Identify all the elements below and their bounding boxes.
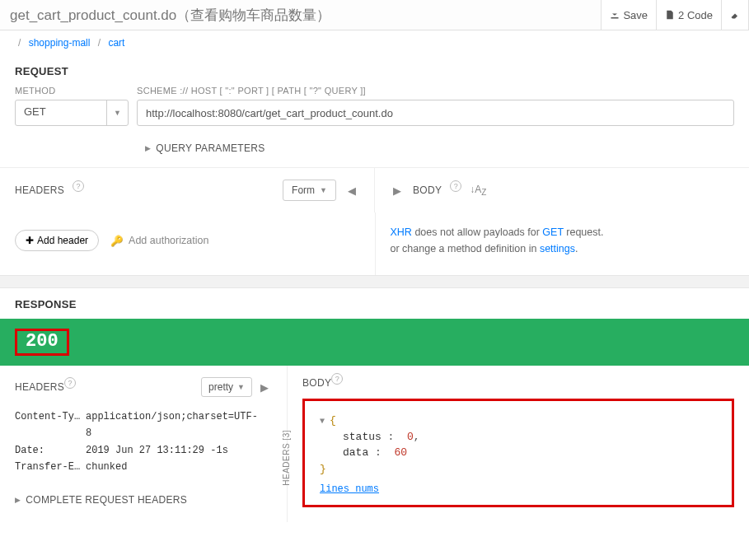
response-row: HEADERS ? pretty ▼ ▶ HEADERS [3] Content… — [0, 366, 749, 522]
eraser-icon — [730, 10, 740, 20]
add-header-button[interactable]: ✚ Add header — [15, 230, 99, 251]
header-value: chunked — [86, 459, 262, 475]
request-headers-body: ✚ Add header 🔑 Add authorization — [0, 212, 375, 275]
response-json-box: ▼{ status : 0, data : 60 } lines nums — [302, 399, 734, 507]
response-headers-bar: HEADERS ? pretty ▼ ▶ — [15, 377, 287, 397]
top-bar: Save 2 Code — [0, 0, 749, 30]
request-body-message: XHR does not allow payloads for GET requ… — [375, 212, 750, 275]
request-split-body: ✚ Add header 🔑 Add authorization XHR doe… — [0, 212, 749, 275]
json-open-brace: { — [330, 414, 336, 427]
response-headers-table: Content-Typ… application/json;charset=UT… — [15, 408, 287, 476]
url-column: SCHEME :// HOST [ ":" PORT ] [ PATH [ "?… — [137, 86, 734, 126]
code-button[interactable]: 2 Code — [657, 0, 722, 30]
save-button[interactable]: Save — [602, 0, 657, 30]
header-row: Transfer-En… chunked — [15, 459, 262, 475]
caret-down-icon: ▼ — [114, 109, 121, 117]
eraser-button[interactable] — [722, 0, 749, 30]
help-icon[interactable]: ? — [64, 377, 76, 389]
response-body-panel: BODY ? ▼{ status : 0, data : 60 } lines … — [287, 366, 749, 522]
expand-right-icon[interactable]: ▶ — [257, 381, 272, 394]
query-params-label: QUERY PARAMETERS — [156, 142, 264, 154]
get-link[interactable]: GET — [542, 226, 563, 238]
request-row: METHOD GET ▼ SCHEME :// HOST [ ":" PORT … — [0, 86, 749, 136]
method-value: GET — [16, 100, 106, 125]
headers-count-label: HEADERS [3] — [282, 430, 291, 486]
header-key: Transfer-En… — [15, 459, 86, 475]
lines-nums-link[interactable]: lines nums — [320, 482, 717, 497]
form-dropdown[interactable]: Form ▼ — [283, 180, 336, 201]
header-key: Content-Typ… — [15, 408, 86, 442]
status-code: 200 — [26, 331, 59, 352]
method-caret: ▼ — [106, 100, 128, 125]
key-icon: 🔑 — [110, 235, 124, 247]
scheme-label: SCHEME :// HOST [ ":" PORT ] [ PATH [ "?… — [137, 86, 734, 96]
triangle-right-icon: ▶ — [145, 144, 151, 152]
pretty-label: pretty — [208, 381, 233, 393]
method-label: METHOD — [15, 86, 129, 96]
pretty-dropdown[interactable]: pretty ▼ — [201, 377, 252, 397]
help-icon[interactable]: ? — [73, 180, 84, 192]
help-icon[interactable]: ? — [450, 180, 461, 192]
header-row: Date: 2019 Jun 27 13:11:29 -1s — [15, 442, 262, 459]
code-label: 2 Code — [678, 9, 713, 21]
xhr-link[interactable]: XHR — [391, 226, 412, 238]
header-value: 2019 Jun 27 13:11:29 -1s — [86, 442, 262, 459]
header-value: application/json;charset=UTF-8 — [86, 408, 262, 442]
complete-request-headers-toggle[interactable]: ▶ COMPLETE REQUEST HEADERS — [15, 476, 287, 511]
breadcrumb: / shopping-mall / cart — [0, 30, 749, 55]
json-close-brace: } — [320, 463, 326, 475]
status-bar: 200 — [0, 319, 749, 366]
method-column: METHOD GET ▼ — [15, 86, 129, 126]
triangle-right-icon: ▶ — [15, 496, 21, 504]
headers-label: HEADERS — [15, 184, 64, 196]
expand-right-icon[interactable]: ▶ — [390, 184, 405, 197]
response-headers-panel: HEADERS ? pretty ▼ ▶ HEADERS [3] Content… — [0, 366, 287, 522]
sort-icon[interactable]: ↓AZ — [470, 184, 486, 197]
plus-icon: ✚ — [26, 235, 34, 246]
caret-down-icon: ▼ — [320, 186, 327, 194]
form-label: Form — [292, 184, 315, 196]
collapse-left-icon[interactable]: ◀ — [344, 184, 359, 197]
add-auth-label: Add authorization — [129, 235, 208, 246]
settings-link[interactable]: settings — [540, 243, 575, 254]
breadcrumb-shopping-mall[interactable]: shopping-mall — [29, 37, 91, 49]
add-authorization-button[interactable]: 🔑 Add authorization — [110, 235, 208, 247]
header-key: Date: — [15, 442, 86, 459]
response-section-title: RESPONSE — [0, 288, 749, 319]
request-body-bar: ▶ BODY ? ↓AZ — [374, 168, 749, 212]
body-label: BODY — [413, 184, 442, 196]
section-divider — [0, 275, 749, 288]
help-icon[interactable]: ? — [331, 373, 343, 385]
add-header-label: Add header — [37, 235, 88, 246]
download-icon — [610, 10, 620, 20]
breadcrumb-root: / — [18, 37, 21, 49]
request-headers-bar: HEADERS ? Form ▼ ◀ — [0, 168, 374, 212]
request-split-header: HEADERS ? Form ▼ ◀ ▶ BODY ? ↓AZ — [0, 167, 749, 212]
top-actions: Save 2 Code — [602, 0, 749, 30]
headers-label: HEADERS — [15, 381, 64, 393]
body-label: BODY — [302, 377, 331, 389]
save-label: Save — [623, 9, 648, 21]
query-parameters-toggle[interactable]: ▶ QUERY PARAMETERS — [0, 136, 749, 167]
request-title-input[interactable] — [0, 0, 602, 30]
caret-down-icon: ▼ — [237, 383, 245, 391]
json-line: status : 0, — [320, 429, 717, 446]
complete-headers-label: COMPLETE REQUEST HEADERS — [26, 494, 187, 506]
status-highlight-box: 200 — [15, 329, 69, 356]
request-section-title: REQUEST — [0, 55, 749, 86]
url-input[interactable] — [137, 100, 734, 126]
breadcrumb-sep: / — [98, 37, 101, 49]
collapse-toggle-icon[interactable]: ▼ — [320, 417, 325, 426]
breadcrumb-cart[interactable]: cart — [108, 37, 124, 49]
header-row: Content-Typ… application/json;charset=UT… — [15, 408, 262, 442]
response-body-bar: BODY ? — [302, 377, 734, 389]
file-icon — [665, 10, 675, 20]
json-line: data : 60 — [320, 445, 717, 461]
method-select[interactable]: GET ▼ — [15, 100, 129, 126]
